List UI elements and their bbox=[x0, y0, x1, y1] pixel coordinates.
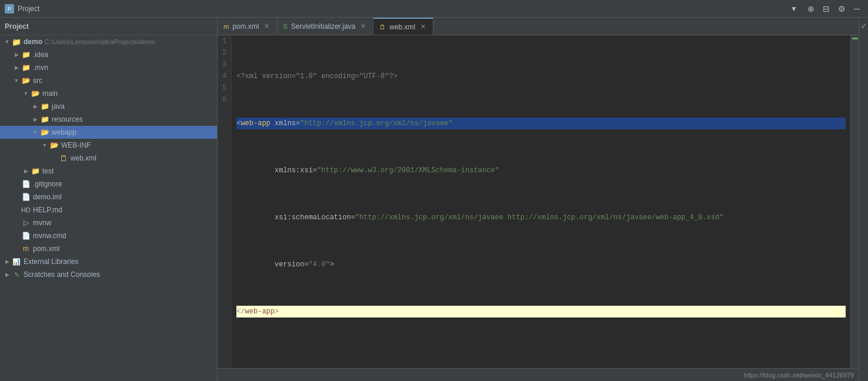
gear-button[interactable]: ⚙ bbox=[835, 2, 848, 15]
right-margin: ✓ bbox=[859, 18, 868, 381]
sidebar-header: Project bbox=[0, 18, 217, 35]
pom-tab-close[interactable]: ✕ bbox=[263, 22, 271, 31]
code-line-4: xsi:schemaLocation="http://xmlns.jcp.org… bbox=[236, 212, 846, 223]
sidebar: Project ▼ 📁 demo C:\Users\Lemosion\IdeaP… bbox=[0, 18, 218, 381]
sidebar-item-webapp[interactable]: ▼ 📂 webapp bbox=[0, 126, 217, 139]
webxml-tab-icon: 🗒 bbox=[379, 24, 386, 31]
pomxml-file-icon: m bbox=[21, 244, 31, 253]
mvnw-label: mvnw bbox=[33, 219, 51, 227]
tab-servlet[interactable]: S ServletInitializer.java ✕ bbox=[278, 18, 374, 35]
status-bar: https://blog.csdn.net/weixin_44126979 bbox=[218, 368, 859, 381]
sidebar-item-helpmd[interactable]: HD HELP.md bbox=[0, 203, 217, 216]
sidebar-item-scratches[interactable]: ▶ ✎ Scratches and Consoles bbox=[0, 268, 217, 281]
webapp-label: webapp bbox=[52, 128, 76, 136]
src-arrow[interactable]: ▼ bbox=[12, 76, 21, 85]
webapp-arrow[interactable]: ▼ bbox=[31, 128, 40, 137]
helpmd-arrow-placeholder bbox=[12, 205, 21, 215]
pom-tab-label: pom.xml bbox=[232, 22, 259, 31]
gitignore-arrow-placeholder bbox=[12, 179, 21, 189]
project-icon: P bbox=[5, 4, 14, 14]
root-label: demo C:\Users\Lemosion\IdeaProjects\demo bbox=[24, 38, 155, 46]
editor-area[interactable]: 1 2 3 4 5 6 <?xml version="1.0" encoding… bbox=[218, 35, 859, 368]
servlet-tab-icon: S bbox=[283, 23, 288, 30]
webxml-tab-close[interactable]: ✕ bbox=[419, 23, 427, 31]
right-gutter bbox=[850, 35, 859, 368]
status-url: https://blog.csdn.net/weixin_44126979 bbox=[744, 372, 854, 379]
tab-bar: m pom.xml ✕ S ServletInitializer.java ✕ … bbox=[218, 18, 859, 35]
webinf-arrow[interactable]: ▼ bbox=[40, 141, 49, 150]
mvnwcmd-label: mvnw.cmd bbox=[33, 232, 66, 240]
sidebar-item-mvnwcmd[interactable]: 📄 mvnw.cmd bbox=[0, 229, 217, 242]
idea-folder-icon: 📁 bbox=[21, 50, 31, 59]
sidebar-item-demoiml[interactable]: 📄 demo.iml bbox=[0, 190, 217, 203]
tree-area[interactable]: ▼ 📁 demo C:\Users\Lemosion\IdeaProjects\… bbox=[0, 35, 217, 381]
idea-arrow[interactable]: ▶ bbox=[12, 50, 21, 59]
sidebar-item-resources[interactable]: ▶ 📁 resources bbox=[0, 113, 217, 126]
sidebar-item-mvn[interactable]: ▶ 📁 .mvn bbox=[0, 61, 217, 74]
gitignore-file-icon: 📄 bbox=[21, 179, 31, 189]
tab-webxml[interactable]: 🗒 web.xml ✕ bbox=[373, 18, 433, 35]
main-label: main bbox=[42, 89, 58, 98]
demoiml-file-icon: 📄 bbox=[21, 192, 31, 202]
demoiml-label: demo.iml bbox=[33, 193, 62, 201]
line-num-1: 1 bbox=[222, 35, 226, 47]
sidebar-item-webxml[interactable]: 🗒 web.xml bbox=[0, 152, 217, 165]
line-num-4: 4 bbox=[222, 71, 226, 82]
content-area: m pom.xml ✕ S ServletInitializer.java ✕ … bbox=[218, 18, 859, 381]
title-bar-title: Project bbox=[18, 5, 790, 13]
sidebar-item-main[interactable]: ▼ 📂 main bbox=[0, 87, 217, 100]
resources-label: resources bbox=[52, 115, 83, 123]
webxml-label: web.xml bbox=[71, 154, 96, 162]
line-numbers: 1 2 3 4 5 6 bbox=[218, 35, 232, 368]
mvn-folder-icon: 📁 bbox=[21, 63, 31, 72]
code-line-2: <web-app xmlns="http://xmlns.jcp.org/xml… bbox=[236, 118, 846, 129]
dropdown-icon[interactable]: ▼ bbox=[790, 5, 797, 13]
gutter-mark-1 bbox=[852, 38, 858, 39]
sidebar-item-src[interactable]: ▼ 📂 src bbox=[0, 74, 217, 87]
resources-arrow[interactable]: ▶ bbox=[31, 115, 40, 124]
minimize-button[interactable]: ─ bbox=[850, 2, 863, 15]
pom-tab-icon: m bbox=[223, 23, 229, 30]
mvnwcmd-file-icon: 📄 bbox=[21, 231, 31, 240]
code-line-1: <?xml version="1.0" encoding="UTF-8"?> bbox=[236, 71, 846, 82]
pomxml-label: pom.xml bbox=[33, 245, 59, 253]
java-label: java bbox=[52, 102, 65, 111]
test-label: test bbox=[42, 167, 54, 175]
src-folder-icon: 📂 bbox=[21, 76, 31, 85]
scratches-label: Scratches and Consoles bbox=[24, 270, 100, 279]
sidebar-item-gitignore[interactable]: 📄 .gitignore bbox=[0, 178, 217, 190]
test-arrow[interactable]: ▶ bbox=[21, 166, 31, 176]
sidebar-item-webinf[interactable]: ▼ 📂 WEB-INF bbox=[0, 139, 217, 152]
webapp-folder-icon: 📂 bbox=[40, 128, 49, 137]
sidebar-item-java[interactable]: ▶ 📁 java bbox=[0, 100, 217, 113]
main-folder-icon: 📂 bbox=[31, 89, 40, 98]
webxml-arrow-placeholder bbox=[49, 153, 59, 163]
mvn-arrow[interactable]: ▶ bbox=[12, 63, 21, 72]
checkmark-icon: ✓ bbox=[860, 21, 867, 31]
tab-pom[interactable]: m pom.xml ✕ bbox=[218, 18, 278, 35]
split-button[interactable]: ⊟ bbox=[820, 2, 833, 15]
resources-folder-icon: 📁 bbox=[40, 115, 49, 124]
extlib-arrow[interactable]: ▶ bbox=[2, 257, 12, 266]
globe-button[interactable]: ⊕ bbox=[804, 2, 817, 15]
tree-root[interactable]: ▼ 📁 demo C:\Users\Lemosion\IdeaProjects\… bbox=[0, 35, 217, 48]
mvnwcmd-arrow-placeholder bbox=[12, 231, 21, 240]
root-folder-icon: 📁 bbox=[12, 37, 21, 46]
sidebar-item-mvnw[interactable]: ▷ mvnw bbox=[0, 216, 217, 229]
src-label: src bbox=[33, 76, 42, 85]
sidebar-item-external-libraries[interactable]: ▶ 📊 External Libraries bbox=[0, 255, 217, 268]
sidebar-item-pomxml[interactable]: m pom.xml bbox=[0, 242, 217, 255]
servlet-tab-close[interactable]: ✕ bbox=[359, 22, 367, 31]
helpmd-file-icon: HD bbox=[21, 205, 31, 215]
root-arrow[interactable]: ▼ bbox=[2, 37, 12, 46]
code-line-5: version="4.0"> bbox=[236, 259, 846, 270]
java-arrow[interactable]: ▶ bbox=[31, 102, 40, 111]
main-layout: Project ▼ 📁 demo C:\Users\Lemosion\IdeaP… bbox=[0, 18, 868, 381]
sidebar-item-test[interactable]: ▶ 📁 test bbox=[0, 165, 217, 178]
main-arrow[interactable]: ▼ bbox=[21, 89, 31, 98]
sidebar-item-idea[interactable]: ▶ 📁 .idea bbox=[0, 48, 217, 61]
code-line-6: </web-app> bbox=[236, 306, 846, 317]
scratches-arrow[interactable]: ▶ bbox=[2, 270, 12, 279]
webxml-file-icon: 🗒 bbox=[59, 153, 68, 163]
idea-label: .idea bbox=[33, 51, 48, 59]
